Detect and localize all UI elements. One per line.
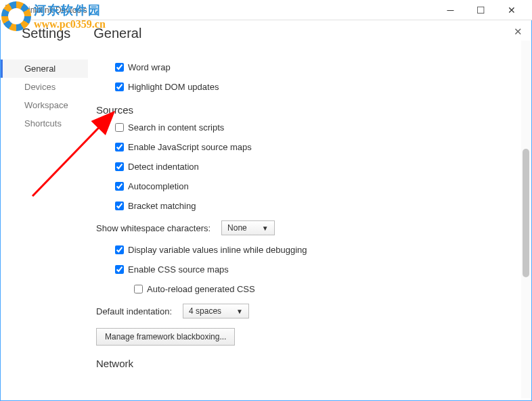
option-autocomplete[interactable]: Autocompletion xyxy=(115,181,520,191)
option-label: Auto-reload generated CSS xyxy=(147,284,255,294)
option-word-wrap[interactable]: Word wrap xyxy=(115,62,520,72)
settings-sidebar: General Devices Workspace Shortcuts xyxy=(0,51,88,396)
option-label: Enable JavaScript source maps xyxy=(128,142,252,152)
option-auto-reload-css[interactable]: Auto-reload generated CSS xyxy=(134,284,520,294)
sidebar-item-label: General xyxy=(24,64,56,74)
checkbox-autocomplete[interactable] xyxy=(115,182,124,191)
option-label: Word wrap xyxy=(128,62,171,72)
option-label: Bracket matching xyxy=(128,201,196,211)
maximize-button[interactable]: ☐ xyxy=(466,1,496,20)
checkbox-bracket-match[interactable] xyxy=(115,202,124,210)
option-search-content-scripts[interactable]: Search in content scripts xyxy=(115,122,520,133)
option-label: Detect indentation xyxy=(128,162,199,172)
settings-header: Settings General ✕ xyxy=(0,20,532,51)
option-label: Default indentation: xyxy=(96,306,172,316)
option-label: Autocompletion xyxy=(128,181,189,191)
option-display-inline[interactable]: Display variable values inline while deb… xyxy=(115,245,520,255)
sidebar-item-general[interactable]: General xyxy=(0,60,88,78)
option-label: Highlight DOM updates xyxy=(128,82,219,92)
settings-title: Settings xyxy=(22,26,70,41)
select-default-indent[interactable]: 4 spaces ▼ xyxy=(183,304,249,319)
option-enable-js-maps[interactable]: Enable JavaScript source maps xyxy=(115,142,520,152)
window-title: Miniblink Devtools xyxy=(22,5,435,15)
scrollbar-track[interactable] xyxy=(521,41,531,398)
select-whitespace[interactable]: None ▼ xyxy=(221,220,275,235)
option-enable-css-maps[interactable]: Enable CSS source maps xyxy=(115,264,520,275)
option-label: Display variable values inline while deb… xyxy=(128,245,307,255)
option-label: Show whitespace characters: xyxy=(96,223,210,233)
close-button[interactable]: ✕ xyxy=(496,1,527,20)
checkbox-display-inline[interactable] xyxy=(115,245,124,254)
sidebar-item-shortcuts[interactable]: Shortcuts xyxy=(0,114,88,133)
option-bracket-match[interactable]: Bracket matching xyxy=(115,201,520,211)
option-default-indent: Default indentation: 4 spaces ▼ xyxy=(96,304,520,319)
checkbox-word-wrap[interactable] xyxy=(115,63,124,72)
scrollbar-thumb[interactable] xyxy=(523,149,529,277)
manage-blackboxing-button[interactable]: Manage framework blackboxing... xyxy=(96,328,235,346)
checkbox-search-content-scripts[interactable] xyxy=(115,123,124,132)
checkbox-enable-js-maps[interactable] xyxy=(115,143,124,151)
section-header-sources: Sources xyxy=(96,104,520,116)
minimize-button[interactable]: ─ xyxy=(435,1,466,20)
option-label: Enable CSS source maps xyxy=(128,264,229,275)
checkbox-highlight-dom[interactable] xyxy=(115,82,124,91)
window-titlebar: Miniblink Devtools ─ ☐ ✕ xyxy=(0,0,532,20)
section-header-network: Network xyxy=(96,358,520,369)
select-value: None xyxy=(227,223,247,233)
app-icon xyxy=(5,5,16,16)
close-panel-icon[interactable]: ✕ xyxy=(514,26,523,38)
sidebar-item-label: Workspace xyxy=(24,100,68,110)
sidebar-item-workspace[interactable]: Workspace xyxy=(0,96,88,114)
option-detect-indent[interactable]: Detect indentation xyxy=(115,162,520,172)
sidebar-item-devices[interactable]: Devices xyxy=(0,78,88,96)
chevron-down-icon: ▼ xyxy=(236,308,243,315)
settings-section-title: General xyxy=(93,26,141,41)
settings-main: Word wrap Highlight DOM updates Sources … xyxy=(88,51,532,396)
checkbox-enable-css-maps[interactable] xyxy=(115,265,124,274)
checkbox-detect-indent[interactable] xyxy=(115,162,124,171)
option-label: Search in content scripts xyxy=(128,122,224,133)
sidebar-item-label: Shortcuts xyxy=(24,118,62,128)
checkbox-auto-reload-css[interactable] xyxy=(134,285,143,293)
select-value: 4 spaces xyxy=(189,306,221,316)
option-whitespace: Show whitespace characters: None ▼ xyxy=(96,220,520,235)
sidebar-item-label: Devices xyxy=(24,82,56,92)
option-highlight-dom[interactable]: Highlight DOM updates xyxy=(115,82,520,92)
chevron-down-icon: ▼ xyxy=(262,225,269,232)
